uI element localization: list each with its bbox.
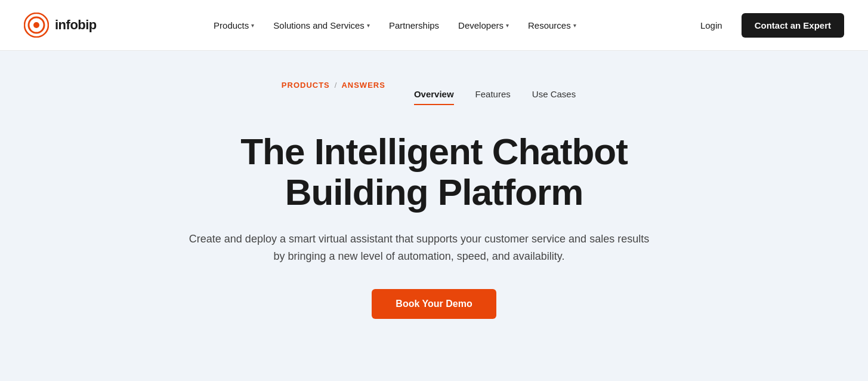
hero-section: The Intelligent Chatbot Building Platfor… (175, 131, 694, 319)
nav-item-products[interactable]: Products ▾ (205, 16, 262, 35)
breadcrumb-answers[interactable]: ANSWERS (341, 81, 385, 90)
breadcrumb: PRODUCTS / ANSWERS (282, 81, 385, 90)
chevron-down-icon: ▾ (573, 22, 576, 29)
header-actions: Login Contact an Expert (693, 13, 844, 38)
logo-icon (24, 13, 49, 38)
chevron-down-icon: ▾ (506, 22, 509, 29)
nav-item-developers[interactable]: Developers ▾ (450, 16, 517, 35)
tab-features[interactable]: Features (465, 84, 521, 104)
chevron-down-icon: ▾ (367, 22, 370, 29)
nav-item-partnerships[interactable]: Partnerships (381, 16, 447, 35)
sub-nav: Overview Features Use Cases (403, 84, 586, 104)
site-header: infobip Products ▾ Solutions and Service… (0, 0, 868, 51)
breadcrumb-separator: / (335, 81, 337, 90)
logo[interactable]: infobip (24, 13, 97, 38)
login-button[interactable]: Login (693, 16, 730, 35)
svg-point-2 (33, 22, 39, 28)
hero-subtitle: Create and deploy a smart virtual assist… (187, 231, 652, 265)
tab-overview[interactable]: Overview (403, 84, 465, 104)
nav-item-solutions[interactable]: Solutions and Services ▾ (265, 16, 378, 35)
main-content: PRODUCTS / ANSWERS Overview Features Use… (0, 51, 868, 381)
breadcrumb-products[interactable]: PRODUCTS (282, 81, 330, 90)
chevron-down-icon: ▾ (251, 22, 254, 29)
hero-title: The Intelligent Chatbot Building Platfor… (187, 131, 682, 213)
nav-item-resources[interactable]: Resources ▾ (520, 16, 585, 35)
main-nav: Products ▾ Solutions and Services ▾ Part… (205, 16, 585, 35)
tab-use-cases[interactable]: Use Cases (521, 84, 586, 104)
contact-expert-button[interactable]: Contact an Expert (742, 13, 844, 38)
book-demo-button[interactable]: Book Your Demo (372, 289, 496, 319)
logo-text: infobip (55, 17, 97, 33)
breadcrumb-row: PRODUCTS / ANSWERS Overview Features Use… (282, 81, 586, 107)
